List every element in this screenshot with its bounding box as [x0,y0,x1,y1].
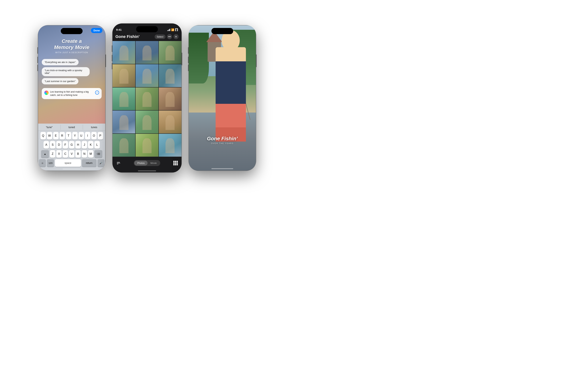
key-s[interactable]: S [50,141,55,149]
memory-title-area: Create a Memory Movie WITH JUST A DESCRI… [49,34,95,55]
photo-13[interactable] [112,134,135,156]
key-k[interactable]: K [88,141,94,149]
key-y[interactable]: Y [72,132,78,140]
key-g[interactable]: G [69,141,74,149]
done-button[interactable]: Done [91,28,102,33]
autocomplete-0[interactable]: “tune” [38,125,60,130]
grid-row-4 [112,110,182,134]
suggestions-area: “Everything we ate in Japan” “Leo trick-… [38,57,105,86]
memory-title: Create a Memory Movie [54,38,90,50]
ellipsis-button[interactable]: ••• [167,34,172,39]
select-button[interactable]: Select [154,34,166,39]
key-z[interactable]: Z [50,150,55,158]
key-123[interactable]: 123 [47,159,54,167]
key-row-2: A S D F G H J K L [39,141,104,149]
autocomplete-2[interactable]: tunes [83,125,105,130]
photo-5[interactable] [136,64,158,87]
grid-row-1 [112,41,182,64]
key-c[interactable]: C [62,150,68,158]
home-indicator-2 [138,170,156,171]
text-input-box[interactable]: Leo learning to fish and making a big ca… [42,88,102,99]
close-button[interactable]: ✕ [174,34,178,39]
key-delete[interactable]: ⌫ [94,150,102,158]
sort-button[interactable] [116,160,121,166]
key-b[interactable]: B [75,150,81,158]
photo-grid [112,41,182,156]
key-h[interactable]: H [75,141,81,149]
key-f[interactable]: F [62,141,68,149]
submit-button[interactable]: ✓ [95,90,99,94]
home-indicator-1 [62,168,81,170]
grid-view-button[interactable] [173,160,178,166]
key-mic[interactable]: 🎤 [98,159,104,167]
memory-subtitle: WITH JUST A DESCRIPTION [54,51,90,54]
tree-left [189,33,209,84]
battery-icon: ▓ [175,28,178,31]
input-text: Leo learning to fish and making a big ca… [50,90,94,97]
key-row-3: ▲ Z X C V B N M ⌫ [39,150,104,158]
key-t[interactable]: T [66,132,71,140]
key-e[interactable]: E [53,132,58,140]
tab-pills: Photos Movie [134,160,160,166]
photo-3[interactable] [159,41,182,64]
wifi-icon: 📶 [171,28,174,31]
keyboard: “tune” tuned tunes Q W E R T Y U I [38,124,105,170]
key-r[interactable]: R [60,132,65,140]
autocomplete-1[interactable]: tuned [60,125,83,130]
grid-row-2 [112,64,182,87]
key-return[interactable]: return [82,159,96,167]
tab-movie[interactable]: Movie [148,160,160,166]
key-space[interactable]: space [55,159,81,167]
photo-9[interactable] [159,88,182,110]
key-i[interactable]: I [85,132,90,140]
grid-row-5 [112,134,182,156]
autocomplete-bar: “tune” tuned tunes [38,124,105,131]
key-shift[interactable]: ▲ [41,150,49,158]
key-emoji[interactable]: ☺ [39,159,46,167]
fullscreen-subtitle: OVER THE YEARS [189,142,256,144]
album-title: Gone Fishin’ [116,34,140,39]
key-q[interactable]: Q [40,132,46,140]
photo-14[interactable] [136,134,158,156]
key-m[interactable]: M [88,150,94,158]
photos-bottom-bar: Photos Movie [112,156,182,169]
key-a[interactable]: A [44,141,49,149]
overlay-text: Gone Fishin’ OVER THE YEARS [189,136,256,144]
photos-header: Gone Fishin’ Select ••• ✕ [112,33,182,41]
key-o[interactable]: O [91,132,97,140]
key-n[interactable]: N [82,150,87,158]
signal-icon [167,29,170,31]
key-p[interactable]: P [98,132,103,140]
photo-2[interactable] [136,41,158,64]
key-v[interactable]: V [69,150,74,158]
key-d[interactable]: D [56,141,62,149]
photo-1[interactable] [112,41,135,64]
phone-fullscreen: Gone Fishin’ OVER THE YEARS [189,26,256,170]
dynamic-island-2 [136,26,158,32]
key-w[interactable]: W [47,132,52,140]
key-row-4: ☺ 123 space return 🎤 [39,159,104,167]
key-row-1: Q W E R T Y U I O P [39,132,104,140]
dynamic-island-3 [212,28,233,34]
header-actions: Select ••• ✕ [154,34,178,39]
photo-7[interactable] [112,88,135,110]
key-l[interactable]: L [94,141,100,149]
suggestion-2[interactable]: “Leo trick-or-treating with a spooky vib… [42,67,90,76]
photo-11[interactable] [136,110,158,134]
grid-row-3 [112,88,182,110]
boy-figure [216,47,246,142]
key-u[interactable]: U [78,132,84,140]
suggestion-1[interactable]: “Everything we ate in Japan” [42,59,78,65]
suggestion-3[interactable]: “Last summer in our garden” [42,78,78,84]
photo-8[interactable] [136,88,158,110]
phone-grid: 9:41 📶 ▓ Gone Fishin’ Select ••• [112,24,182,172]
key-x[interactable]: X [56,150,62,158]
key-j[interactable]: J [82,141,87,149]
tab-photos[interactable]: Photos [134,160,147,166]
photo-6[interactable] [159,64,182,87]
photo-15[interactable] [159,134,182,156]
photo-4[interactable] [112,64,135,87]
photo-10[interactable] [112,110,135,134]
home-indicator-3 [212,168,233,169]
photo-12[interactable] [159,110,182,134]
